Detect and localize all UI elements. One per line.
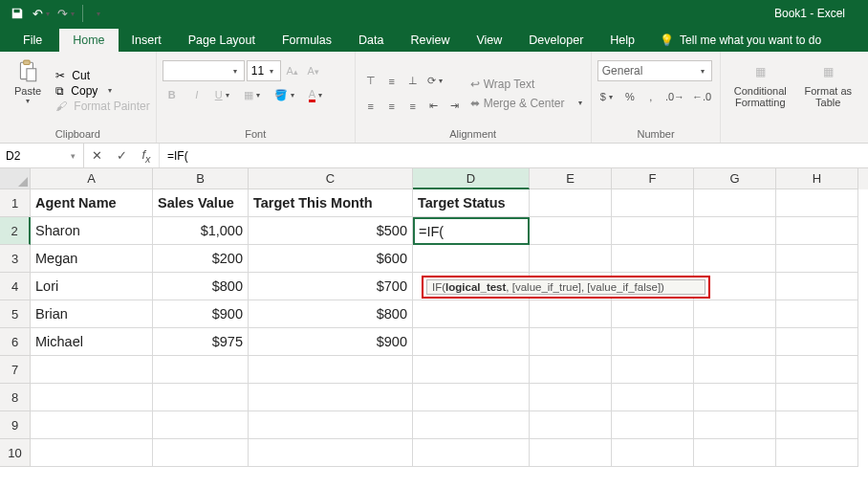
- decrease-indent-icon[interactable]: ⇤: [424, 97, 444, 116]
- cell[interactable]: $900: [249, 328, 413, 356]
- cell[interactable]: Lori: [31, 273, 153, 300]
- cell[interactable]: [530, 217, 612, 245]
- tab-file[interactable]: File: [10, 29, 55, 52]
- row-header-4[interactable]: 4: [0, 273, 31, 300]
- cell[interactable]: [776, 273, 858, 300]
- col-header-A[interactable]: A: [31, 168, 153, 189]
- cell[interactable]: $600: [249, 245, 413, 273]
- cell[interactable]: [694, 384, 776, 411]
- align-bottom-icon[interactable]: ⊥: [403, 72, 423, 91]
- align-top-icon[interactable]: ⊤: [361, 72, 380, 91]
- cell[interactable]: [776, 189, 858, 217]
- cell[interactable]: [249, 384, 413, 411]
- paste-button[interactable]: Paste ▾: [6, 55, 50, 126]
- fill-color-icon[interactable]: 🪣▾: [271, 85, 300, 104]
- cell[interactable]: $975: [153, 328, 249, 356]
- conditional-formatting-button[interactable]: ▦ Conditional Formatting: [727, 55, 793, 126]
- row-header-8[interactable]: 8: [0, 384, 31, 411]
- cell[interactable]: [612, 328, 694, 356]
- increase-font-icon[interactable]: A▴: [283, 61, 302, 80]
- cell[interactable]: $800: [249, 300, 413, 328]
- cell[interactable]: Target This Month: [249, 189, 413, 217]
- cell[interactable]: [694, 189, 776, 217]
- cell[interactable]: [249, 439, 413, 467]
- cell[interactable]: $800: [153, 273, 249, 300]
- tab-data[interactable]: Data: [345, 29, 397, 52]
- cell[interactable]: [153, 384, 249, 411]
- row-header-1[interactable]: 1: [0, 189, 31, 217]
- cell[interactable]: [413, 245, 530, 273]
- tab-help[interactable]: Help: [597, 29, 648, 52]
- align-center-icon[interactable]: ≡: [382, 97, 401, 116]
- cell[interactable]: [530, 411, 612, 439]
- font-name-combo[interactable]: ▾: [163, 60, 245, 81]
- cell[interactable]: [612, 189, 694, 217]
- row-header-6[interactable]: 6: [0, 328, 31, 356]
- borders-icon[interactable]: ▦▾: [241, 85, 266, 104]
- underline-button[interactable]: U▾: [212, 85, 235, 104]
- cell[interactable]: [530, 356, 612, 384]
- percent-format-icon[interactable]: %: [620, 87, 640, 106]
- cell[interactable]: Agent Name: [31, 189, 153, 217]
- select-all-corner[interactable]: [0, 168, 31, 189]
- cell[interactable]: [776, 356, 858, 384]
- format-as-table-button[interactable]: ▦ Format as Table: [799, 55, 857, 126]
- tell-me-search[interactable]: 💡 Tell me what you want to do: [648, 29, 833, 52]
- tooltip-current-arg[interactable]: logical_test: [445, 281, 506, 293]
- cell[interactable]: Sales Value: [153, 189, 249, 217]
- cell[interactable]: [776, 217, 858, 245]
- cut-button[interactable]: ✂ Cut: [55, 69, 150, 82]
- increase-indent-icon[interactable]: ⇥: [445, 97, 465, 116]
- formula-input[interactable]: =IF(: [160, 144, 868, 167]
- cell[interactable]: [694, 439, 776, 467]
- cell[interactable]: [153, 411, 249, 439]
- cell[interactable]: [612, 217, 694, 245]
- cell[interactable]: [31, 384, 153, 411]
- qat-customize-icon[interactable]: ▾: [87, 3, 110, 24]
- cell[interactable]: [776, 439, 858, 467]
- cell[interactable]: [776, 300, 858, 328]
- bold-button[interactable]: B: [163, 85, 182, 104]
- cell[interactable]: Target Status: [413, 189, 530, 217]
- font-size-combo[interactable]: 11▾: [247, 60, 281, 81]
- cancel-formula-icon[interactable]: ✕: [84, 148, 109, 163]
- cell[interactable]: [776, 245, 858, 273]
- tab-home[interactable]: Home: [59, 29, 118, 52]
- row-header-5[interactable]: 5: [0, 300, 31, 328]
- cell[interactable]: [776, 411, 858, 439]
- cell[interactable]: $500: [249, 217, 413, 245]
- col-header-B[interactable]: B: [153, 168, 249, 189]
- orientation-icon[interactable]: ⟳▾: [424, 72, 448, 91]
- cell[interactable]: [153, 356, 249, 384]
- cell[interactable]: [694, 411, 776, 439]
- cell[interactable]: [612, 411, 694, 439]
- cell[interactable]: [612, 245, 694, 273]
- italic-button[interactable]: I: [187, 85, 206, 104]
- cell[interactable]: [530, 384, 612, 411]
- cell[interactable]: [413, 384, 530, 411]
- merge-center-button[interactable]: ⬌Merge & Center ▾: [470, 97, 585, 110]
- name-box[interactable]: D2▾: [0, 144, 84, 167]
- cell[interactable]: [530, 245, 612, 273]
- align-left-icon[interactable]: ≡: [361, 97, 380, 116]
- redo-icon[interactable]: ↷▾: [55, 3, 78, 24]
- save-icon[interactable]: [6, 3, 29, 24]
- cell[interactable]: $700: [249, 273, 413, 300]
- align-right-icon[interactable]: ≡: [403, 97, 423, 116]
- cell[interactable]: [153, 439, 249, 467]
- wrap-text-button[interactable]: ↩Wrap Text: [470, 78, 585, 91]
- increase-decimal-icon[interactable]: .0→: [662, 87, 687, 106]
- cell[interactable]: [612, 356, 694, 384]
- tab-view[interactable]: View: [463, 29, 515, 52]
- cell[interactable]: [413, 328, 530, 356]
- cell[interactable]: $200: [153, 245, 249, 273]
- col-header-G[interactable]: G: [694, 168, 776, 189]
- copy-button[interactable]: ⧉ Copy ▾: [55, 84, 150, 98]
- cell[interactable]: [413, 356, 530, 384]
- cell[interactable]: Sharon: [31, 217, 153, 245]
- cell[interactable]: [31, 411, 153, 439]
- number-format-combo[interactable]: General▾: [597, 60, 712, 81]
- col-header-C[interactable]: C: [249, 168, 413, 189]
- cell[interactable]: [249, 411, 413, 439]
- cell[interactable]: [530, 439, 612, 467]
